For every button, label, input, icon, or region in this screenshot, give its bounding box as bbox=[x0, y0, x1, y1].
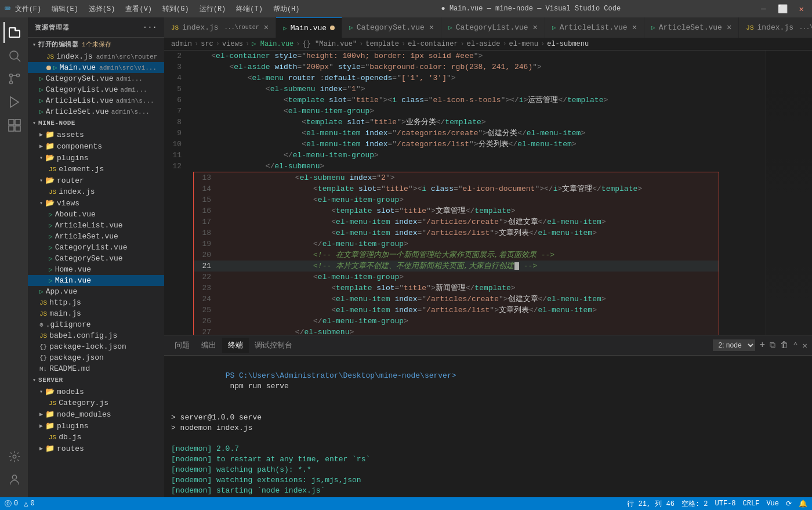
status-encoding[interactable]: UTF-8 bbox=[715, 500, 736, 508]
terminal-instance-select[interactable]: 2: node bbox=[713, 339, 755, 351]
sidebar-file-categorylist[interactable]: ▷ CategoryList.vue admi... bbox=[28, 84, 164, 95]
sidebar-file-pkg[interactable]: {} package.json bbox=[28, 352, 164, 363]
line-number: 6 bbox=[164, 95, 193, 106]
activity-search[interactable] bbox=[3, 45, 24, 66]
breadcrumb-item[interactable]: el-container bbox=[408, 40, 458, 48]
breadcrumb-item[interactable]: {} "Main.vue" bbox=[303, 40, 357, 48]
breadcrumb-item[interactable]: views bbox=[222, 40, 243, 48]
sidebar-file-main[interactable]: ▷ Main.vue bbox=[28, 275, 164, 286]
tab-index-js[interactable]: JS index.js ...\router × bbox=[164, 17, 276, 38]
menu-help[interactable]: 帮助(H) bbox=[269, 3, 304, 15]
open-file-main-vue[interactable]: ▷ Main.vue admin\src\vi... bbox=[28, 62, 164, 73]
breadcrumb-item[interactable]: ▷ Main.vue bbox=[252, 39, 293, 48]
sidebar-file-db[interactable]: JS db.js bbox=[28, 432, 164, 443]
activity-explorer[interactable] bbox=[3, 22, 24, 43]
code-line-2: 2 <el-container style="height: 100vh; bo… bbox=[164, 50, 766, 62]
menu-terminal[interactable]: 终端(T) bbox=[231, 3, 267, 15]
sidebar-file-readme[interactable]: M↓ README.md bbox=[28, 363, 164, 374]
sidebar-folder-plugins[interactable]: ▾ 📂 plugins bbox=[28, 152, 164, 164]
sidebar-folder-models[interactable]: ▾ 📂 models bbox=[28, 386, 164, 397]
activity-settings[interactable] bbox=[3, 446, 24, 467]
sidebar-file-articlelist[interactable]: ▷ ArticleList.vue admin\s... bbox=[28, 95, 164, 106]
menu-goto[interactable]: 转到(G) bbox=[158, 3, 194, 15]
tab-articleset[interactable]: ▷ ArticleSet.vue × bbox=[644, 17, 739, 38]
terminal-tab-debug[interactable]: 调试控制台 bbox=[249, 338, 298, 353]
close-button[interactable]: ✕ bbox=[796, 4, 807, 14]
sidebar-file-pkglock[interactable]: {} package-lock.json bbox=[28, 341, 164, 352]
terminal-tab-terminal[interactable]: 终端 bbox=[222, 338, 249, 353]
terminal-close-button[interactable]: ✕ bbox=[803, 341, 807, 350]
menu-view[interactable]: 查看(V) bbox=[121, 3, 157, 15]
breadcrumb-sep: › bbox=[296, 40, 300, 48]
sidebar-file-articlelist2[interactable]: ▷ ArticleList.vue bbox=[28, 220, 164, 231]
sidebar-file-articleset[interactable]: ▷ ArticleSet.vue admin\s... bbox=[28, 106, 164, 117]
sidebar-file-router-index[interactable]: JS index.js bbox=[28, 186, 164, 197]
open-editors-header[interactable]: ▾ 打开的编辑器 1个未保存 bbox=[28, 38, 164, 51]
status-language[interactable]: Vue bbox=[766, 500, 779, 508]
menu-file[interactable]: 文件(F) bbox=[10, 3, 46, 15]
breadcrumb-item[interactable]: admin bbox=[171, 40, 192, 48]
sidebar-file-categoryset2[interactable]: ▷ CategorySet.vue bbox=[28, 253, 164, 264]
sidebar-file-category-js[interactable]: JS Category.js bbox=[28, 397, 164, 408]
sidebar-file-babel[interactable]: JS babel.config.js bbox=[28, 330, 164, 341]
status-notification[interactable]: 🔔 bbox=[799, 500, 807, 508]
activity-extensions[interactable] bbox=[3, 115, 24, 136]
breadcrumb-item[interactable]: template bbox=[365, 40, 399, 48]
breadcrumb-item[interactable]: src bbox=[201, 40, 213, 48]
activity-account[interactable] bbox=[3, 469, 24, 490]
sidebar-folder-router[interactable]: ▾ 📂 router bbox=[28, 175, 164, 186]
terminal-split-button[interactable]: ⧉ bbox=[770, 341, 775, 350]
status-error-count[interactable]: ⓪ 0 △ 0 bbox=[5, 499, 35, 509]
sidebar-file-app[interactable]: ▷ App.vue bbox=[28, 286, 164, 297]
sidebar-file-main-js[interactable]: JS main.js bbox=[28, 308, 164, 319]
tab-categorylist[interactable]: ▷ CategoryList.vue × bbox=[441, 17, 545, 38]
status-spaces[interactable]: 空格: 2 bbox=[682, 499, 708, 509]
sidebar-folder-nodemodules[interactable]: ▶ 📁 node_modules bbox=[28, 408, 164, 420]
sidebar-folder-assets[interactable]: ▶ 📁 assets bbox=[28, 129, 164, 140]
server-folder-header[interactable]: ▾ server bbox=[28, 374, 164, 386]
activity-debug[interactable] bbox=[3, 92, 24, 113]
sidebar-folder-components[interactable]: ▶ 📁 components bbox=[28, 140, 164, 152]
sidebar-folder-plugins2[interactable]: ▶ 📁 plugins bbox=[28, 420, 164, 432]
sidebar-file-home[interactable]: ▷ Home.vue bbox=[28, 264, 164, 275]
status-line-ending[interactable]: CRLF bbox=[743, 500, 760, 508]
sidebar-more-actions[interactable]: ··· bbox=[143, 23, 157, 32]
minimize-button[interactable]: — bbox=[757, 4, 769, 14]
menu-edit[interactable]: 编辑(E) bbox=[47, 3, 83, 15]
maximize-button[interactable]: ⬜ bbox=[774, 4, 791, 14]
project-root-header[interactable]: ▾ MINE-NODE bbox=[28, 117, 164, 129]
sidebar-file-categoryset[interactable]: ▷ CategorySet.vue admi... bbox=[28, 73, 164, 84]
sidebar-file-categorylist2[interactable]: ▷ CategoryList.vue bbox=[28, 242, 164, 253]
tab-close[interactable]: × bbox=[533, 23, 538, 32]
sidebar-file-articleset2[interactable]: ▷ ArticleSet.vue bbox=[28, 231, 164, 242]
sidebar-folder-routes[interactable]: ▶ 📁 routes bbox=[28, 443, 164, 454]
tab-close[interactable]: × bbox=[727, 23, 731, 32]
sidebar-file-http[interactable]: JS http.js bbox=[28, 297, 164, 308]
activity-git[interactable] bbox=[3, 68, 24, 89]
open-file-index-js[interactable]: JS index.js admin\src\router bbox=[28, 51, 164, 62]
status-sync[interactable]: ⟳ bbox=[786, 500, 792, 508]
tab-articlelist[interactable]: ▷ ArticleList.vue × bbox=[545, 17, 644, 38]
tab-close[interactable]: × bbox=[429, 23, 434, 32]
file-name: main.js bbox=[49, 309, 81, 318]
code-editor[interactable]: 2 <el-container style="height: 100vh; bo… bbox=[164, 50, 812, 335]
tab-index-admin[interactable]: JS index.js ...\admin × bbox=[739, 17, 812, 38]
breadcrumb-item[interactable]: el-menu bbox=[509, 40, 538, 48]
terminal-tab-problems[interactable]: 问题 bbox=[169, 338, 195, 353]
sidebar-file-element[interactable]: JS element.js bbox=[28, 164, 164, 175]
sidebar-file-gitignore[interactable]: ⚙ .gitignore bbox=[28, 319, 164, 330]
sidebar-folder-views[interactable]: ▾ 📂 views bbox=[28, 197, 164, 209]
terminal-tab-output[interactable]: 编出 bbox=[195, 338, 222, 353]
terminal-expand-button[interactable]: ⌃ bbox=[793, 341, 798, 350]
tab-close[interactable]: × bbox=[632, 23, 637, 32]
tab-main-vue[interactable]: ▷ Main.vue bbox=[276, 17, 342, 38]
menu-run[interactable]: 运行(R) bbox=[195, 3, 231, 15]
status-cursor-position[interactable]: 行 21, 列 46 bbox=[627, 499, 675, 509]
sidebar-file-about[interactable]: ▷ About.vue bbox=[28, 209, 164, 220]
terminal-trash-button[interactable]: 🗑 bbox=[780, 341, 788, 350]
breadcrumb-item[interactable]: el-aside bbox=[467, 40, 501, 48]
terminal-add-button[interactable]: + bbox=[760, 340, 766, 350]
tab-close[interactable]: × bbox=[264, 23, 269, 32]
menu-selection[interactable]: 选择(S) bbox=[84, 3, 120, 15]
tab-categoryset[interactable]: ▷ CategorySet.vue × bbox=[342, 17, 441, 38]
